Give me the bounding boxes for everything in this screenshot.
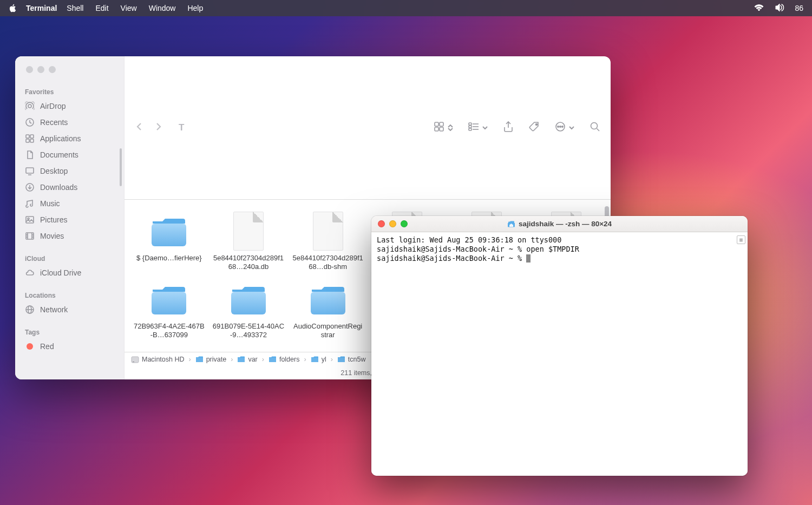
terminal-title: sajidshaik — -zsh — 80×24 — [371, 220, 748, 228]
sidebar-item-downloads[interactable]: Downloads — [15, 179, 124, 195]
sidebar-scrollbar[interactable] — [120, 148, 122, 186]
sidebar-item-label: Documents — [40, 150, 78, 159]
volume-icon[interactable] — [774, 3, 785, 14]
tag-icon[interactable] — [528, 121, 540, 135]
folder-item[interactable]: 72B963F4-4A2E-467B-B…637099 — [130, 278, 208, 342]
finder-sidebar: FavoritesAirDropRecentsApplicationsDocum… — [15, 56, 125, 379]
apple-menu-icon[interactable] — [9, 4, 18, 12]
file-label: 5e84410f27304d289f168…db-shm — [292, 254, 364, 272]
sidebar-item-label: AirDrop — [40, 102, 66, 110]
folder-icon — [149, 212, 188, 251]
share-icon[interactable] — [502, 121, 514, 135]
sidebar-item-pictures[interactable]: Pictures — [15, 212, 124, 228]
path-segment[interactable]: tcn5w — [337, 356, 366, 363]
sidebar-item-movies[interactable]: Movies — [15, 228, 124, 244]
path-segment[interactable]: yl — [311, 356, 326, 363]
svg-rect-21 — [435, 122, 438, 126]
nav-forward-icon[interactable] — [154, 122, 163, 134]
terminal-line: sajidshaik@Sajids-MacBook-Air ~ % — [377, 254, 526, 263]
doc-icon — [25, 150, 35, 160]
file-label: AudioComponentRegistrar — [292, 322, 364, 340]
cloud-icon — [25, 268, 35, 278]
finder-traffic-lights[interactable] — [15, 56, 124, 81]
group-button[interactable] — [468, 121, 488, 135]
menu-view[interactable]: View — [121, 4, 137, 12]
sidebar-item-music[interactable]: Music — [15, 195, 124, 212]
sidebar-item-label: Pictures — [40, 215, 68, 224]
path-label: yl — [322, 356, 326, 363]
finder-title: T — [179, 122, 184, 133]
sidebar-item-label: Recents — [40, 118, 68, 127]
view-mode-button[interactable] — [433, 121, 454, 135]
sidebar-item-label: Red — [40, 342, 54, 351]
svg-rect-40 — [231, 292, 266, 314]
sidebar-item-label: iCloud Drive — [40, 268, 81, 277]
path-segment[interactable]: folders — [269, 356, 300, 363]
nav-back-icon[interactable] — [134, 122, 144, 134]
search-icon[interactable] — [589, 121, 601, 135]
airdrop-icon — [25, 101, 35, 111]
folder-item[interactable]: AudioComponentRegistrar — [289, 278, 367, 342]
svg-rect-26 — [469, 126, 472, 128]
svg-rect-6 — [26, 168, 34, 173]
wifi-icon[interactable] — [754, 4, 764, 13]
sidebar-item-documents[interactable]: Documents — [15, 147, 124, 163]
document-icon — [309, 212, 348, 251]
path-segment[interactable]: private — [195, 356, 227, 363]
file-label: 72B963F4-4A2E-467B-B…637099 — [133, 322, 205, 340]
terminal-titlebar[interactable]: sajidshaik — -zsh — 80×24 — [371, 216, 748, 232]
path-segment[interactable]: Macintosh HD — [131, 356, 185, 364]
path-label: private — [206, 356, 227, 363]
svg-rect-23 — [435, 127, 438, 131]
svg-point-0 — [28, 104, 31, 108]
sidebar-item-network[interactable]: Network — [15, 301, 124, 318]
svg-point-33 — [558, 126, 559, 127]
folder-item[interactable]: com.apple.AirPlayUIAgent — [209, 346, 288, 352]
folder-item[interactable]: com.apple.akd — [289, 346, 367, 352]
sidebar-item-desktop[interactable]: Desktop — [15, 163, 124, 179]
sidebar-item-label: Desktop — [40, 167, 68, 175]
traffic-max[interactable] — [49, 66, 56, 73]
menu-edit[interactable]: Edit — [95, 4, 108, 12]
chevron-right-icon: › — [189, 356, 191, 363]
folder-icon — [229, 280, 268, 319]
file-item[interactable]: 5e84410f27304d289f168…240a.db — [209, 209, 288, 274]
sidebar-header: iCloud — [15, 251, 124, 265]
svg-point-36 — [591, 122, 598, 129]
folder-icon — [229, 349, 268, 352]
menu-shell[interactable]: Shell — [67, 4, 83, 12]
terminal-body[interactable]: Last login: Wed Aug 25 09:36:18 on ttys0… — [371, 232, 748, 476]
svg-rect-57 — [132, 357, 139, 363]
sidebar-item-icloud-drive[interactable]: iCloud Drive — [15, 265, 124, 281]
sidebar-item-red[interactable]: Red — [15, 338, 124, 355]
sidebar-header: Favorites — [15, 84, 124, 98]
folder-item[interactable]: com.apple.AddressBook.C…sService — [130, 346, 208, 352]
svg-line-37 — [597, 128, 600, 131]
menu-help[interactable]: Help — [187, 4, 203, 12]
svg-point-31 — [536, 123, 538, 125]
file-label: 691B079E-5E14-40AC-9…493372 — [213, 322, 285, 340]
chevron-right-icon: › — [262, 356, 264, 363]
traffic-close[interactable] — [26, 66, 33, 73]
svg-rect-3 — [30, 135, 34, 138]
terminal-line: Last login: Wed Aug 25 09:36:18 on ttys0… — [377, 235, 561, 244]
folder-item[interactable]: $ {Daemo…fierHere} — [130, 209, 208, 274]
menu-window[interactable]: Window — [149, 4, 176, 12]
sidebar-item-applications[interactable]: Applications — [15, 130, 124, 147]
action-menu-button[interactable] — [554, 121, 575, 135]
music-icon — [25, 199, 35, 208]
folder-icon — [149, 280, 188, 319]
svg-point-10 — [28, 218, 29, 220]
path-segment[interactable]: var — [237, 356, 257, 363]
sidebar-item-recents[interactable]: Recents — [15, 114, 124, 130]
folder-item[interactable]: 691B079E-5E14-40AC-9…493372 — [209, 278, 288, 342]
traffic-min[interactable] — [37, 66, 44, 73]
sidebar-item-airdrop[interactable]: AirDrop — [15, 98, 124, 114]
path-label: tcn5w — [348, 356, 366, 363]
terminal-scroll-indicator[interactable] — [737, 235, 745, 244]
file-item[interactable]: 5e84410f27304d289f168…db-shm — [289, 209, 367, 274]
menubar-battery-text[interactable]: 86 — [795, 4, 803, 12]
file-label: $ {Daemo…fierHere} — [136, 254, 202, 263]
menubar-app-name[interactable]: Terminal — [26, 4, 57, 12]
clock-icon — [25, 117, 35, 127]
